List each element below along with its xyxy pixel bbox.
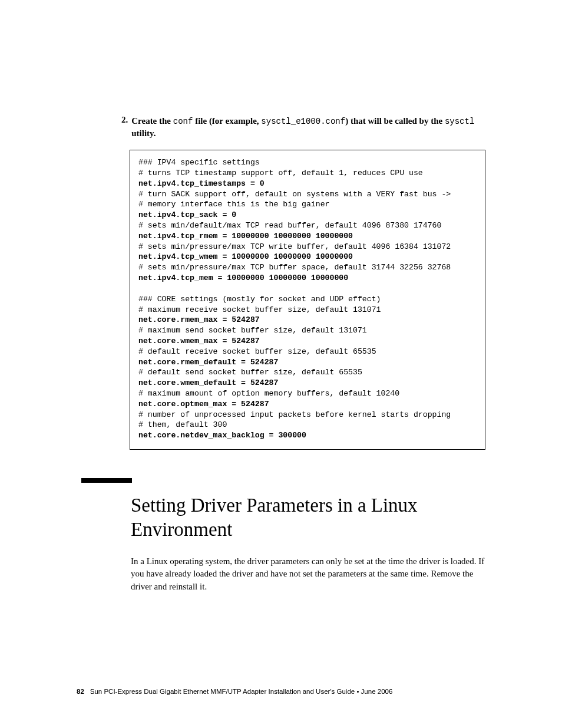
code-line: # memory interface this is the big gaine… bbox=[138, 200, 329, 209]
code-block: ### IPV4 specific settings # turns TCP t… bbox=[130, 150, 485, 450]
code-line: ### CORE settings (mostly for socket and… bbox=[138, 295, 381, 304]
step-text-4: utility. bbox=[131, 129, 156, 138]
page-footer: 82Sun PCI-Express Dual Gigabit Ethernet … bbox=[77, 688, 392, 695]
code-line: # default receive socket buffer size, de… bbox=[138, 347, 376, 356]
code-line: # turn SACK support off, default on syst… bbox=[138, 190, 451, 199]
code-line: # maximum receive socket buffer size, de… bbox=[138, 305, 381, 314]
code-line-bold: net.ipv4.tcp_rmem = 10000000 10000000 10… bbox=[138, 232, 353, 241]
step-text-1: Create the bbox=[131, 116, 173, 126]
step-code-1: conf bbox=[173, 117, 193, 126]
step-body: Create the conf file (for example, sysct… bbox=[131, 115, 485, 139]
code-line: # turns TCP timestamp support off, defau… bbox=[138, 169, 423, 177]
code-line-bold: net.core.optmem_max = 524287 bbox=[138, 400, 269, 409]
step-code-3: sysctl bbox=[445, 117, 474, 126]
code-line-bold: net.core.rmem_default = 524287 bbox=[138, 358, 278, 367]
code-line: # sets min/pressure/max TCP buffer space… bbox=[138, 263, 451, 272]
code-line: # them, default 300 bbox=[138, 420, 227, 429]
code-line: # sets min/pressure/max TCP write buffer… bbox=[138, 242, 451, 251]
page: 2. Create the conf file (for example, sy… bbox=[0, 0, 562, 728]
code-line: ### IPV4 specific settings bbox=[138, 158, 260, 167]
section-paragraph: In a Linux operating system, the driver … bbox=[131, 555, 485, 594]
step-code-2: sysctl_e1000.conf bbox=[261, 117, 345, 126]
step-number: 2. bbox=[121, 115, 131, 139]
code-line-bold: net.core.wmem_max = 524287 bbox=[138, 337, 260, 345]
step-text-3: ) that will be called by the bbox=[345, 116, 445, 126]
code-line-bold: net.ipv4.tcp_timestamps = 0 bbox=[138, 179, 265, 188]
step-2: 2. Create the conf file (for example, sy… bbox=[121, 115, 485, 139]
code-line-bold: net.core.netdev_max_backlog = 300000 bbox=[138, 431, 306, 440]
code-line: # default send socket buffer size, defau… bbox=[138, 368, 362, 377]
code-line-bold: net.core.rmem_max = 524287 bbox=[138, 315, 260, 324]
code-line: # sets min/default/max TCP read buffer, … bbox=[138, 221, 441, 230]
step-text-2: file (for example, bbox=[193, 116, 261, 126]
code-line-bold: net.core.wmem_default = 524287 bbox=[138, 378, 278, 387]
code-line-bold: net.ipv4.tcp_sack = 0 bbox=[138, 210, 236, 219]
code-line: # maximum amount of option memory buffer… bbox=[138, 389, 399, 398]
section-divider bbox=[81, 478, 132, 483]
code-line-bold: net.ipv4.tcp_wmem = 10000000 10000000 10… bbox=[138, 252, 353, 261]
footer-text: Sun PCI-Express Dual Gigabit Ethernet MM… bbox=[90, 688, 393, 695]
page-number: 82 bbox=[77, 688, 90, 695]
code-line: # maximum send socket buffer size, defau… bbox=[138, 326, 367, 335]
section-heading: Setting Driver Parameters in a Linux Env… bbox=[131, 493, 485, 542]
code-line: # number of unprocessed input packets be… bbox=[138, 410, 451, 419]
code-line-bold: net.ipv4.tcp_mem = 10000000 10000000 100… bbox=[138, 274, 348, 282]
